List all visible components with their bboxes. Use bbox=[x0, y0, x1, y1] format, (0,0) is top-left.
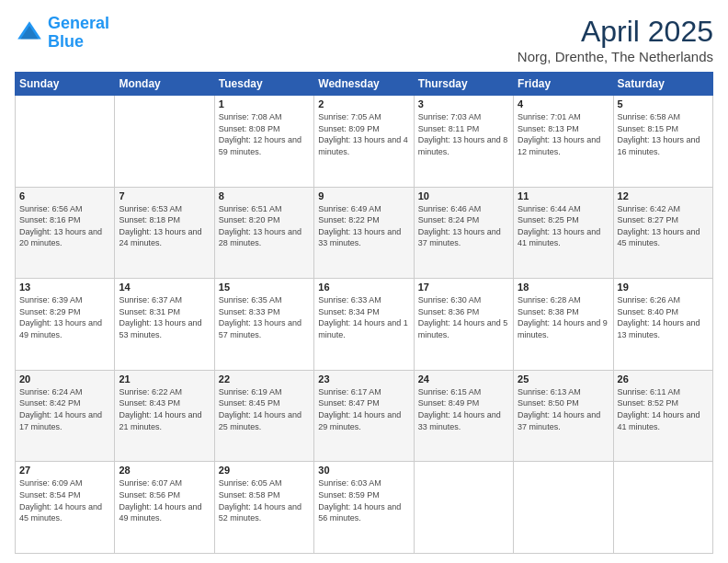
day-number: 13 bbox=[19, 282, 110, 293]
day-number: 9 bbox=[318, 190, 409, 201]
day-number: 12 bbox=[618, 190, 709, 201]
day-number: 27 bbox=[19, 465, 110, 476]
logo-text: General Blue bbox=[48, 15, 109, 52]
day-detail: Sunrise: 6:17 AMSunset: 8:47 PMDaylight:… bbox=[318, 386, 409, 432]
calendar-cell: 13Sunrise: 6:39 AMSunset: 8:29 PMDayligh… bbox=[16, 279, 115, 371]
calendar-cell: 25Sunrise: 6:13 AMSunset: 8:50 PMDayligh… bbox=[514, 370, 613, 462]
day-detail: Sunrise: 6:09 AMSunset: 8:54 PMDaylight:… bbox=[19, 477, 110, 523]
header: General Blue April 2025 Norg, Drenthe, T… bbox=[15, 15, 713, 64]
calendar-cell: 22Sunrise: 6:19 AMSunset: 8:45 PMDayligh… bbox=[214, 370, 313, 462]
day-number: 4 bbox=[518, 98, 609, 109]
day-number: 28 bbox=[119, 465, 210, 476]
subtitle: Norg, Drenthe, The Netherlands bbox=[518, 49, 713, 64]
calendar-cell: 30Sunrise: 6:03 AMSunset: 8:59 PMDayligh… bbox=[314, 462, 414, 554]
calendar-week-1: 6Sunrise: 6:56 AMSunset: 8:16 PMDaylight… bbox=[16, 187, 713, 279]
day-detail: Sunrise: 6:26 AMSunset: 8:40 PMDaylight:… bbox=[618, 294, 709, 340]
calendar-cell: 23Sunrise: 6:17 AMSunset: 8:47 PMDayligh… bbox=[314, 370, 414, 462]
day-detail: Sunrise: 6:05 AMSunset: 8:58 PMDaylight:… bbox=[219, 477, 310, 523]
day-detail: Sunrise: 6:42 AMSunset: 8:27 PMDaylight:… bbox=[618, 203, 709, 249]
day-detail: Sunrise: 6:30 AMSunset: 8:36 PMDaylight:… bbox=[418, 294, 509, 340]
day-number: 20 bbox=[19, 373, 110, 385]
day-number: 18 bbox=[518, 282, 609, 293]
calendar-table: Sunday Monday Tuesday Wednesday Thursday… bbox=[15, 72, 713, 554]
calendar-cell: 5Sunrise: 6:58 AMSunset: 8:15 PMDaylight… bbox=[613, 96, 712, 188]
day-number: 5 bbox=[618, 98, 709, 109]
calendar-cell: 7Sunrise: 6:53 AMSunset: 8:18 PMDaylight… bbox=[115, 187, 214, 279]
day-detail: Sunrise: 6:15 AMSunset: 8:49 PMDaylight:… bbox=[418, 386, 509, 432]
calendar-cell: 9Sunrise: 6:49 AMSunset: 8:22 PMDaylight… bbox=[314, 187, 414, 279]
day-number: 25 bbox=[518, 373, 609, 385]
day-detail: Sunrise: 6:19 AMSunset: 8:45 PMDaylight:… bbox=[219, 386, 310, 432]
day-detail: Sunrise: 6:46 AMSunset: 8:24 PMDaylight:… bbox=[418, 203, 509, 249]
day-detail: Sunrise: 6:44 AMSunset: 8:25 PMDaylight:… bbox=[518, 203, 609, 249]
day-detail: Sunrise: 6:58 AMSunset: 8:15 PMDaylight:… bbox=[618, 111, 709, 157]
day-detail: Sunrise: 7:03 AMSunset: 8:11 PMDaylight:… bbox=[418, 111, 509, 157]
day-detail: Sunrise: 6:49 AMSunset: 8:22 PMDaylight:… bbox=[318, 203, 409, 249]
calendar-week-4: 27Sunrise: 6:09 AMSunset: 8:54 PMDayligh… bbox=[16, 462, 713, 554]
day-number: 15 bbox=[219, 282, 310, 293]
col-sunday: Sunday bbox=[16, 73, 115, 96]
day-number: 26 bbox=[618, 373, 709, 385]
day-number: 30 bbox=[318, 465, 409, 476]
title-block: April 2025 Norg, Drenthe, The Netherland… bbox=[518, 15, 713, 64]
calendar-cell: 14Sunrise: 6:37 AMSunset: 8:31 PMDayligh… bbox=[115, 279, 214, 371]
day-number: 19 bbox=[618, 282, 709, 293]
calendar-cell: 26Sunrise: 6:11 AMSunset: 8:52 PMDayligh… bbox=[613, 370, 712, 462]
calendar-cell: 4Sunrise: 7:01 AMSunset: 8:13 PMDaylight… bbox=[514, 96, 613, 188]
col-thursday: Thursday bbox=[414, 73, 513, 96]
calendar-cell: 6Sunrise: 6:56 AMSunset: 8:16 PMDaylight… bbox=[16, 187, 115, 279]
calendar-cell: 21Sunrise: 6:22 AMSunset: 8:43 PMDayligh… bbox=[115, 370, 214, 462]
calendar-cell: 18Sunrise: 6:28 AMSunset: 8:38 PMDayligh… bbox=[514, 279, 613, 371]
calendar-cell bbox=[514, 462, 613, 554]
col-tuesday: Tuesday bbox=[214, 73, 313, 96]
day-detail: Sunrise: 6:35 AMSunset: 8:33 PMDaylight:… bbox=[219, 294, 310, 340]
col-monday: Monday bbox=[115, 73, 214, 96]
logo: General Blue bbox=[15, 15, 109, 52]
calendar-cell: 8Sunrise: 6:51 AMSunset: 8:20 PMDaylight… bbox=[214, 187, 313, 279]
calendar-cell: 28Sunrise: 6:07 AMSunset: 8:56 PMDayligh… bbox=[115, 462, 214, 554]
calendar-cell: 16Sunrise: 6:33 AMSunset: 8:34 PMDayligh… bbox=[314, 279, 414, 371]
day-number: 7 bbox=[119, 190, 210, 201]
day-number: 22 bbox=[219, 373, 310, 385]
day-number: 6 bbox=[19, 190, 110, 201]
calendar-cell bbox=[613, 462, 712, 554]
calendar-cell: 27Sunrise: 6:09 AMSunset: 8:54 PMDayligh… bbox=[16, 462, 115, 554]
calendar-week-3: 20Sunrise: 6:24 AMSunset: 8:42 PMDayligh… bbox=[16, 370, 713, 462]
day-detail: Sunrise: 6:11 AMSunset: 8:52 PMDaylight:… bbox=[618, 386, 709, 432]
calendar-header-row: Sunday Monday Tuesday Wednesday Thursday… bbox=[16, 73, 713, 96]
day-detail: Sunrise: 6:07 AMSunset: 8:56 PMDaylight:… bbox=[119, 477, 210, 523]
calendar-cell: 19Sunrise: 6:26 AMSunset: 8:40 PMDayligh… bbox=[613, 279, 712, 371]
day-detail: Sunrise: 6:51 AMSunset: 8:20 PMDaylight:… bbox=[219, 203, 310, 249]
col-saturday: Saturday bbox=[613, 73, 712, 96]
day-detail: Sunrise: 6:53 AMSunset: 8:18 PMDaylight:… bbox=[119, 203, 210, 249]
calendar-cell bbox=[16, 96, 115, 188]
day-number: 17 bbox=[418, 282, 509, 293]
day-detail: Sunrise: 7:01 AMSunset: 8:13 PMDaylight:… bbox=[518, 111, 609, 157]
day-detail: Sunrise: 6:03 AMSunset: 8:59 PMDaylight:… bbox=[318, 477, 409, 523]
day-number: 16 bbox=[318, 282, 409, 293]
calendar-week-2: 13Sunrise: 6:39 AMSunset: 8:29 PMDayligh… bbox=[16, 279, 713, 371]
day-number: 1 bbox=[219, 98, 310, 109]
day-number: 21 bbox=[119, 373, 210, 385]
day-number: 29 bbox=[219, 465, 310, 476]
day-detail: Sunrise: 6:33 AMSunset: 8:34 PMDaylight:… bbox=[318, 294, 409, 340]
day-detail: Sunrise: 6:39 AMSunset: 8:29 PMDaylight:… bbox=[19, 294, 110, 340]
day-detail: Sunrise: 6:22 AMSunset: 8:43 PMDaylight:… bbox=[119, 386, 210, 432]
day-detail: Sunrise: 7:05 AMSunset: 8:09 PMDaylight:… bbox=[318, 111, 409, 157]
calendar-cell: 12Sunrise: 6:42 AMSunset: 8:27 PMDayligh… bbox=[613, 187, 712, 279]
day-detail: Sunrise: 6:13 AMSunset: 8:50 PMDaylight:… bbox=[518, 386, 609, 432]
calendar-week-0: 1Sunrise: 7:08 AMSunset: 8:08 PMDaylight… bbox=[16, 96, 713, 188]
calendar-cell: 2Sunrise: 7:05 AMSunset: 8:09 PMDaylight… bbox=[314, 96, 414, 188]
day-number: 23 bbox=[318, 373, 409, 385]
day-number: 10 bbox=[418, 190, 509, 201]
day-detail: Sunrise: 7:08 AMSunset: 8:08 PMDaylight:… bbox=[219, 111, 310, 157]
day-number: 3 bbox=[418, 98, 509, 109]
calendar-cell: 3Sunrise: 7:03 AMSunset: 8:11 PMDaylight… bbox=[414, 96, 513, 188]
day-detail: Sunrise: 6:28 AMSunset: 8:38 PMDaylight:… bbox=[518, 294, 609, 340]
day-number: 14 bbox=[119, 282, 210, 293]
calendar-cell: 15Sunrise: 6:35 AMSunset: 8:33 PMDayligh… bbox=[214, 279, 313, 371]
calendar-cell bbox=[414, 462, 513, 554]
day-detail: Sunrise: 6:37 AMSunset: 8:31 PMDaylight:… bbox=[119, 294, 210, 340]
day-detail: Sunrise: 6:56 AMSunset: 8:16 PMDaylight:… bbox=[19, 203, 110, 249]
col-friday: Friday bbox=[514, 73, 613, 96]
